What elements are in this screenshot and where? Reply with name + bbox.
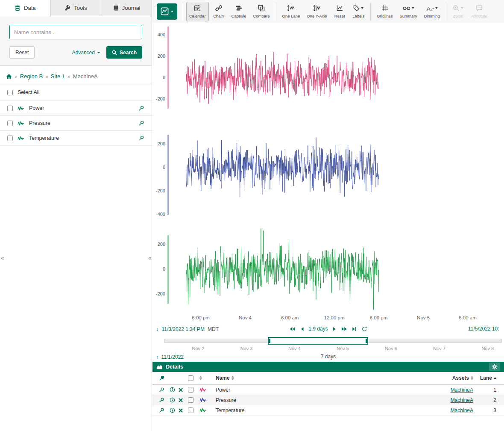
timeline-brush[interactable] (268, 337, 368, 345)
reset-icon (336, 4, 343, 12)
capsule-label: Capsule (231, 14, 246, 18)
range-end-link[interactable]: 11/5/2022 10: (468, 326, 499, 332)
timeline-track[interactable] (164, 339, 502, 343)
tab-journal[interactable]: Journal (101, 0, 152, 16)
sort-ascending-icon (494, 377, 496, 379)
sidebar-collapse-handle[interactable]: « (148, 255, 152, 261)
details-table-header: Name Assets Lane (152, 372, 504, 385)
asset-link[interactable]: MachineA (451, 397, 473, 403)
left-collapse-handle[interactable]: « (1, 255, 4, 261)
tab-tools[interactable]: Tools (51, 0, 102, 16)
fast-backward-icon[interactable] (289, 327, 295, 331)
lane-power[interactable]: 4002000-200 (152, 24, 504, 121)
step-forward-icon[interactable] (333, 327, 337, 331)
type-column-header[interactable] (199, 376, 216, 380)
info-icon[interactable] (170, 407, 179, 413)
one-y-axis-button[interactable]: One Y-Axis (304, 2, 330, 21)
pin-icon[interactable] (138, 120, 144, 127)
select-all-rows (188, 375, 199, 381)
sort-icon[interactable] (199, 376, 202, 380)
pin-icon[interactable] (138, 105, 144, 112)
breadcrumb-separator: » (45, 74, 48, 80)
advanced-label: Advanced (72, 50, 95, 56)
asset-link[interactable]: MachineA (451, 407, 473, 413)
compare-button[interactable]: Compare (250, 2, 273, 21)
search-button-label: Search (120, 50, 137, 56)
down-arrow-icon[interactable]: ↓ (156, 326, 159, 332)
row-checkbox[interactable] (188, 387, 193, 393)
compare-icon (258, 4, 265, 12)
zoom-icon (453, 5, 460, 12)
pin-icon[interactable] (138, 135, 144, 142)
sidebar: Data Tools Journal Reset Advanced (0, 0, 152, 431)
list-item-power[interactable]: Power (0, 101, 152, 116)
range-start-link[interactable]: 11/3/2022 1:34 PM (162, 326, 205, 332)
details-settings-button[interactable] (489, 363, 500, 371)
row-checkbox[interactable] (188, 407, 193, 413)
step-backward-icon[interactable] (300, 327, 304, 331)
temperature-checkbox[interactable] (7, 136, 13, 141)
remove-icon[interactable] (179, 388, 188, 392)
search-input[interactable] (9, 25, 142, 39)
advanced-toggle[interactable]: Advanced (72, 50, 100, 56)
list-item-temperature[interactable]: Temperature (0, 131, 152, 146)
pressure-checkbox[interactable] (7, 121, 13, 126)
timeline-labels: Nov 2Nov 3Nov 4Nov 5Nov 6Nov 7Nov 8 (164, 346, 502, 352)
dimming-icon: A (426, 5, 434, 12)
range-duration[interactable]: 1.9 days (308, 326, 328, 332)
x-tick-label: 6:00 am (281, 315, 299, 320)
breadcrumb-site-1[interactable]: Site 1 (51, 73, 65, 80)
timeline-start[interactable]: ↑ 11/1/2022 (156, 354, 184, 360)
dimming-button[interactable]: A Dimming (421, 2, 442, 21)
name-column-header[interactable]: Name (216, 375, 422, 381)
x-axis: 6:00 pmNov 46:00 am12:00 pm6:00 pmNov 56… (152, 315, 504, 323)
one-lane-button[interactable]: One Lane (279, 2, 303, 21)
power-checkbox[interactable] (7, 106, 13, 111)
row-checkbox[interactable] (188, 397, 193, 403)
lane-temperature[interactable]: 2000-200 (152, 217, 504, 313)
calendar-button[interactable]: Calendar (186, 2, 209, 21)
info-icon[interactable] (170, 397, 179, 403)
timeline-duration: 7 days (321, 354, 336, 360)
remove-icon[interactable] (179, 408, 188, 413)
tab-data[interactable]: Data (0, 0, 51, 16)
fast-forward-icon[interactable] (341, 327, 347, 331)
breadcrumb-region-b[interactable]: Region B (20, 73, 43, 80)
asset-link[interactable]: MachineA (451, 387, 473, 393)
assets-column-header[interactable]: Assets (422, 375, 473, 381)
pin-icon[interactable] (158, 387, 170, 393)
labels-button[interactable]: Labels (349, 2, 367, 21)
home-icon[interactable] (6, 74, 12, 80)
search-button[interactable]: Search (106, 46, 142, 59)
remove-icon[interactable] (179, 398, 188, 402)
refresh-icon[interactable] (362, 326, 367, 332)
lane-pressure[interactable]: 2000-200-400 (152, 121, 504, 217)
trend-chart[interactable]: 4002000-2002000-200-4002000-200 (152, 24, 504, 313)
x-tick-label: 6:00 pm (370, 315, 388, 320)
chain-button[interactable]: Chain (210, 2, 228, 21)
summary-button[interactable]: Summary (397, 2, 420, 21)
select-all-checkbox[interactable] (7, 90, 13, 95)
list-item-pressure[interactable]: Pressure (0, 116, 152, 131)
brush-right-handle[interactable] (366, 339, 367, 343)
brush-left-handle[interactable] (269, 339, 270, 343)
lane-column-header[interactable]: Lane (473, 375, 496, 381)
pin-icon[interactable] (158, 407, 170, 413)
gridlines-button[interactable]: Gridlines (374, 2, 396, 21)
summary-label: Summary (400, 14, 417, 18)
pin-icon[interactable] (158, 397, 170, 403)
skip-to-end-icon[interactable] (352, 327, 357, 331)
info-icon[interactable] (170, 387, 179, 393)
table-select-all-checkbox[interactable] (188, 375, 193, 381)
pin-column-header[interactable] (158, 375, 170, 381)
reset-zoom-button[interactable]: Reset (331, 2, 349, 21)
table-row-temperature[interactable]: Temperature MachineA 3 (152, 405, 504, 416)
x-tick-label: 6:00 am (459, 315, 477, 320)
range-start: ↓ 11/3/2022 1:34 PM MDT (156, 326, 219, 332)
capsule-button[interactable]: Capsule (229, 2, 249, 21)
reset-button[interactable]: Reset (9, 46, 35, 59)
view-selector-button[interactable] (157, 3, 177, 20)
table-row-pressure[interactable]: Pressure MachineA 2 (152, 395, 504, 405)
trend-chart-icon (161, 7, 169, 15)
table-row-power[interactable]: Power MachineA 1 (152, 385, 504, 395)
